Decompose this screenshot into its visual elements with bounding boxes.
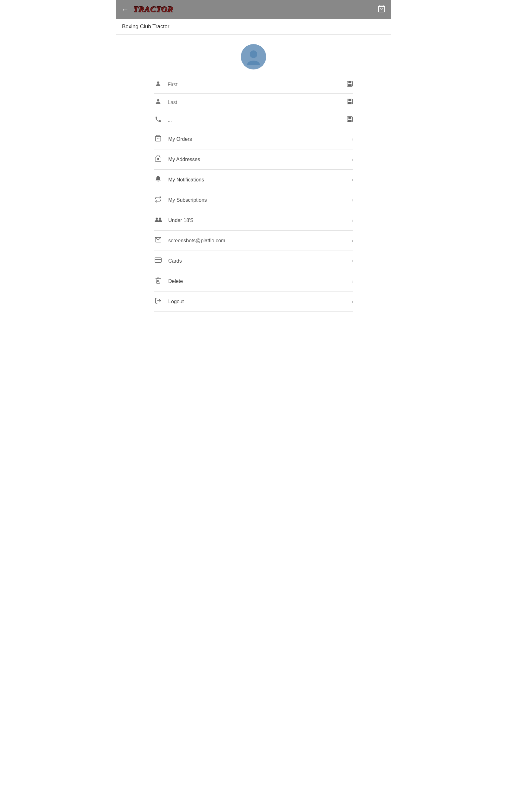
chevron-icon: ›	[352, 197, 353, 203]
email-icon	[154, 236, 163, 245]
chevron-icon: ›	[352, 157, 353, 162]
svg-rect-8	[348, 99, 351, 101]
svg-point-2	[157, 82, 159, 84]
svg-rect-12	[348, 120, 352, 122]
svg-rect-9	[348, 102, 352, 104]
cart-button[interactable]	[377, 4, 386, 14]
svg-point-1	[250, 50, 257, 58]
svg-rect-20	[155, 258, 161, 263]
menu-item-my-addresses[interactable]: My Addresses ›	[154, 149, 353, 170]
svg-point-17	[159, 217, 161, 220]
save-phone-icon[interactable]	[346, 116, 353, 124]
chevron-icon: ›	[352, 136, 353, 142]
menu-item-email[interactable]: screenshots@platfio.com ›	[154, 231, 353, 251]
chevron-icon: ›	[352, 278, 353, 284]
menu-item-my-notifications[interactable]: My Notifications ›	[154, 170, 353, 190]
menu-item-logout[interactable]: Logout ›	[154, 292, 353, 312]
page-title: Boxing Club Tractor	[122, 23, 169, 30]
my-subscriptions-label: My Subscriptions	[168, 197, 346, 203]
logout-icon	[154, 297, 163, 306]
app-header: ← TRACTOR	[116, 0, 391, 19]
subscriptions-icon	[154, 196, 163, 204]
svg-rect-5	[348, 84, 352, 86]
my-notifications-label: My Notifications	[168, 177, 346, 183]
avatar[interactable]	[241, 44, 266, 69]
first-name-row	[154, 76, 353, 94]
chevron-icon: ›	[352, 217, 353, 223]
chevron-icon: ›	[352, 258, 353, 264]
cards-icon	[154, 257, 163, 265]
first-name-input[interactable]	[168, 82, 341, 88]
phone-icon	[154, 116, 163, 124]
svg-point-16	[156, 217, 158, 220]
svg-rect-11	[348, 117, 351, 119]
phone-row	[154, 111, 353, 129]
logout-label: Logout	[168, 299, 346, 305]
cards-label: Cards	[168, 258, 346, 264]
save-first-icon[interactable]	[346, 80, 353, 89]
email-label: screenshots@platfio.com	[168, 238, 346, 244]
notifications-icon	[154, 175, 163, 184]
menu-item-my-subscriptions[interactable]: My Subscriptions ›	[154, 190, 353, 210]
person-icon	[154, 80, 163, 89]
last-name-row	[154, 94, 353, 111]
orders-icon	[154, 135, 163, 143]
svg-point-6	[157, 99, 159, 101]
menu-item-delete[interactable]: Delete ›	[154, 271, 353, 292]
chevron-icon: ›	[352, 299, 353, 305]
my-orders-label: My Orders	[168, 136, 346, 142]
menu-item-cards[interactable]: Cards ›	[154, 251, 353, 271]
back-button[interactable]: ←	[121, 5, 129, 14]
save-last-icon[interactable]	[346, 98, 353, 107]
addresses-icon	[154, 155, 163, 164]
delete-label: Delete	[168, 278, 346, 284]
menu-item-under-18s[interactable]: Under 18'S ›	[154, 210, 353, 231]
chevron-icon: ›	[352, 238, 353, 244]
menu-item-my-orders[interactable]: My Orders ›	[154, 129, 353, 149]
profile-form	[116, 76, 391, 129]
subtitle-bar: Boxing Club Tractor	[116, 19, 391, 35]
delete-icon	[154, 277, 163, 286]
under-18s-label: Under 18'S	[168, 217, 346, 223]
app-logo: TRACTOR	[133, 5, 173, 14]
avatar-container	[116, 35, 391, 76]
phone-input[interactable]	[168, 117, 341, 123]
under18-icon	[154, 216, 163, 224]
person-icon-2	[154, 98, 163, 107]
last-name-input[interactable]	[168, 100, 341, 105]
svg-rect-15	[157, 158, 159, 160]
chevron-icon: ›	[352, 177, 353, 183]
menu-section: My Orders › My Addresses › My Notificati…	[116, 129, 391, 312]
my-addresses-label: My Addresses	[168, 157, 346, 162]
svg-rect-4	[348, 81, 351, 83]
header-left: ← TRACTOR	[121, 5, 173, 14]
